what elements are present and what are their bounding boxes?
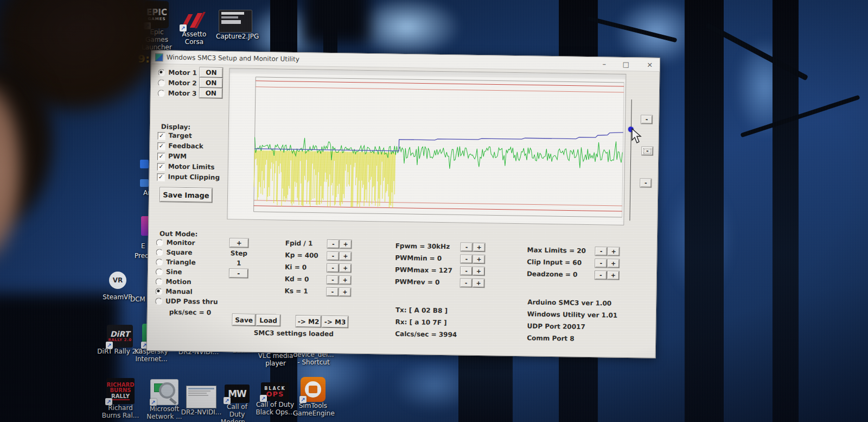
ks-label: Ks = 1 (284, 287, 308, 295)
fpid-minus-button[interactable]: - (328, 240, 339, 248)
partial-icon-label: Prec (135, 252, 149, 260)
recycle-bin-icon: ♻ (103, 2, 126, 28)
motor3-radio[interactable] (158, 90, 165, 97)
kp-minus-button[interactable]: - (327, 251, 339, 260)
simtools-icon: → (301, 377, 326, 402)
save-button[interactable]: Save (232, 314, 255, 326)
monitor-radio[interactable] (156, 239, 163, 246)
load-button[interactable]: Load (256, 314, 280, 326)
close-button[interactable]: × (643, 59, 657, 69)
richard-burns-icon: RICHARD BURNS RALLY → (106, 378, 135, 404)
clip-input-minus-button[interactable]: - (595, 259, 607, 267)
slider-button-bottom[interactable]: - (640, 179, 651, 187)
slider-button-middle[interactable]: - (642, 147, 653, 155)
to-m2-button[interactable]: -> M2 (296, 316, 321, 327)
pwmrev-plus-button[interactable]: + (473, 279, 484, 287)
desktop-icon-richard-burns[interactable]: RICHARD BURNS RALLY → RichardBurns Ral..… (99, 378, 142, 419)
step-value: 1 (229, 259, 248, 267)
desktop-icon-dcm-label[interactable]: DCM (130, 295, 145, 303)
mouse-cursor (631, 128, 644, 144)
manual-label: Manual (165, 287, 193, 295)
ki-plus-button[interactable]: + (340, 264, 351, 272)
manual-radio[interactable] (155, 288, 162, 295)
desktop-icon-assetto-corsa[interactable]: → AssettoCorsa (177, 12, 212, 46)
pwmrev-minus-button[interactable]: - (461, 279, 472, 287)
icon-label: Call of DutyModern ... (218, 403, 256, 422)
to-m3-button[interactable]: -> M3 (322, 316, 348, 328)
capture2-thumbnail-icon (219, 10, 252, 33)
motor3-on-button[interactable]: ON (200, 88, 222, 98)
desktop-icon-vlc-label[interactable]: VLC mediaplayer (256, 352, 295, 367)
fpwm-plus-button[interactable]: + (474, 243, 485, 251)
desktop-icon-dr2-nvidi-2[interactable]: DR2-NVIDI... (179, 386, 224, 416)
input-clipping-checkbox[interactable]: ✓ (157, 173, 164, 181)
ks-plus-button[interactable]: + (339, 288, 350, 296)
pwmmax-plus-button[interactable]: + (473, 267, 484, 275)
step-label: Step (229, 249, 248, 257)
motor2-radio[interactable] (158, 79, 165, 86)
photographed-screen: ♻ Recycle Bin EPIC GAMES → Epic GamesLau… (0, 0, 868, 422)
minimize-button[interactable]: – (597, 59, 611, 68)
motor1-on-button[interactable]: ON (200, 67, 222, 78)
desktop-icon-epic-games[interactable]: EPIC GAMES → Epic GamesLauncher (138, 1, 176, 51)
feedback-label: Feedback (168, 142, 203, 150)
max-limits-minus-button[interactable]: - (595, 247, 607, 255)
ks-minus-button[interactable]: - (327, 287, 338, 295)
scope-traces (227, 68, 626, 225)
arduino-version: Arduino SMC3 ver 1.00 (527, 298, 611, 307)
triangle-radio[interactable] (156, 259, 163, 266)
motion-radio[interactable] (156, 278, 163, 285)
udp-pass-thru-label: UDP Pass thru (165, 297, 218, 305)
step-plus-button[interactable]: + (230, 238, 248, 248)
pwmmin-label: PWMmin = 0 (395, 254, 442, 262)
target-checkbox[interactable]: ✓ (158, 132, 165, 140)
pwm-checkbox[interactable]: ✓ (157, 153, 165, 160)
feedback-checkbox[interactable]: ✓ (157, 142, 165, 150)
ki-label: Ki = 0 (285, 263, 307, 272)
square-radio[interactable] (156, 249, 163, 256)
pwmmax-minus-button[interactable]: - (461, 267, 472, 275)
motor1-label: Motor 1 (168, 68, 197, 77)
shortcut-arrow-icon: → (180, 24, 187, 32)
dirt-rally-icon: DiRT RALLY 2.0 → (107, 325, 133, 348)
clip-input-plus-button[interactable]: + (608, 259, 619, 267)
fpwm-minus-button[interactable]: - (461, 243, 473, 251)
pwmrev-label: PWMrev = 0 (395, 278, 440, 286)
slider-button-top[interactable]: - (641, 115, 652, 123)
partial-icon[interactable] (140, 179, 149, 187)
fpwm-label: Fpwm = 30kHz (395, 242, 450, 250)
maximize-button[interactable]: □ (619, 59, 633, 69)
deadzone-minus-button[interactable]: - (595, 271, 607, 279)
clip-input-label: Clip Input = 60 (527, 258, 582, 266)
kd-plus-button[interactable]: + (340, 276, 351, 284)
desktop-icon-simtools[interactable]: → SimToolsGameEngine (293, 377, 333, 417)
deadzone-plus-button[interactable]: + (608, 271, 619, 279)
motor2-on-button[interactable]: ON (200, 78, 222, 88)
udp-pass-thru-radio[interactable] (155, 298, 162, 305)
sine-radio[interactable] (156, 268, 163, 275)
shortcut-arrow-icon: → (299, 396, 307, 403)
pwmmax-label: PWMmax = 127 (395, 266, 452, 275)
icon-label: AssettoCorsa (177, 30, 212, 46)
pwmmin-plus-button[interactable]: + (473, 255, 484, 263)
smc3-utility-window: Windows SMC3 Setup and Monitor Utility –… (146, 50, 660, 358)
kp-plus-button[interactable]: + (340, 252, 351, 260)
motor1-radio[interactable] (158, 69, 165, 76)
partial-icon[interactable] (140, 160, 149, 168)
desktop-icon-recycle-bin[interactable]: ♻ Recycle Bin (97, 2, 132, 43)
desktop-icon-microsoft-network[interactable]: → MicrosoftNetwork ... (144, 379, 184, 420)
kd-label: Kd = 0 (285, 275, 309, 284)
fpid-plus-button[interactable]: + (340, 240, 352, 248)
desktop-icon-capture2-jpg[interactable]: Capture2.JPG (216, 10, 255, 40)
motor-limits-checkbox[interactable]: ✓ (157, 163, 165, 171)
max-limits-plus-button[interactable]: + (608, 247, 619, 255)
desktop-icon-cod-modern[interactable]: MW → Call of DutyModern ... (218, 385, 256, 422)
desktop-icon-cod-black-ops[interactable]: BLACK OPS → Call of DutyBlack Ops... (254, 382, 296, 416)
save-image-button[interactable]: Save Image (160, 187, 212, 202)
step-minus-button[interactable]: - (229, 269, 248, 278)
ki-minus-button[interactable]: - (327, 263, 339, 272)
pks-per-sec: pks/sec = 0 (169, 308, 211, 317)
pwmmin-minus-button[interactable]: - (461, 255, 472, 263)
chart-slider-track[interactable] (629, 99, 631, 221)
kd-minus-button[interactable]: - (327, 275, 339, 284)
